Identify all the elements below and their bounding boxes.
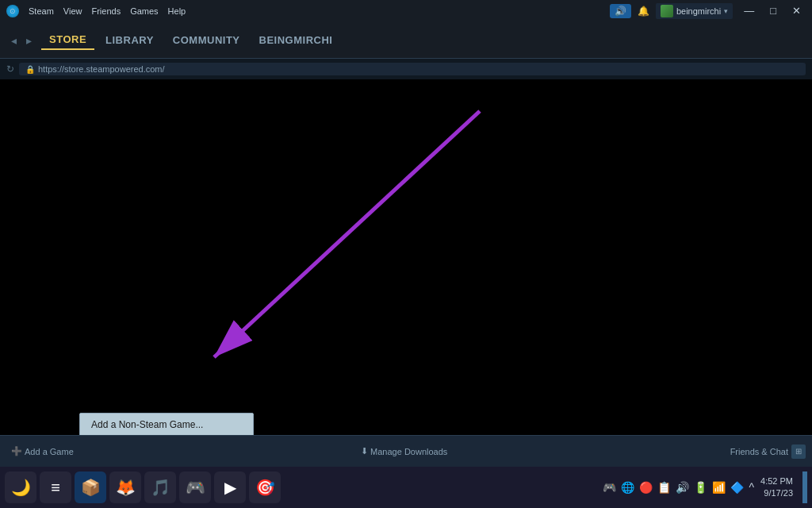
titlebar: ⊙ Steam View Friends Games Help 🔊 🔔 bein…: [0, 0, 812, 22]
taskbar-icons: 🌙 ≡ 📦 🦊 🎵 🎮 ▶ 🎯: [5, 471, 603, 503]
tray-wifi-icon[interactable]: 📶: [712, 481, 726, 494]
tray-bluetooth-icon[interactable]: 🔷: [730, 481, 744, 494]
taskbar-icon-0[interactable]: 🌙: [5, 471, 36, 503]
steam-taskbar-right: Friends & Chat ⊞: [730, 444, 806, 459]
taskbar-icon-3[interactable]: 🦊: [109, 471, 141, 503]
windows-taskbar: 🌙 ≡ 📦 🦊 🎵 🎮 ▶ 🎯 🎮 🌐 🔴 📋 🔊 🔋 📶 🔷 ^ 4:52 P…: [0, 467, 812, 508]
tray-network-icon[interactable]: 🌐: [621, 481, 634, 494]
show-desktop-button[interactable]: [802, 471, 807, 503]
annotation-arrow: [0, 79, 812, 435]
system-tray: 🎮 🌐 🔴 📋 🔊 🔋 📶 🔷 ^: [603, 481, 754, 494]
volume-button[interactable]: 🔊: [610, 4, 631, 18]
win-taskbar-right: 🎮 🌐 🔴 📋 🔊 🔋 📶 🔷 ^ 4:52 PM 9/17/23: [603, 471, 807, 503]
user-account-area[interactable]: beingmirchi ▾: [656, 3, 733, 19]
svg-line-1: [214, 111, 480, 357]
steam-taskbar-mid: ⬇ Manage Downloads: [79, 444, 730, 458]
tray-record-icon[interactable]: 🔴: [639, 481, 653, 494]
menu-friends[interactable]: Friends: [91, 6, 121, 16]
tray-steam-icon[interactable]: 🎮: [603, 481, 616, 494]
taskbar-icon-6[interactable]: ▶: [214, 471, 246, 503]
tray-volume-icon[interactable]: 🔊: [676, 481, 689, 494]
tab-community[interactable]: COMMUNITY: [165, 31, 248, 49]
chat-icon: ⊞: [791, 444, 806, 459]
minimize-button[interactable]: —: [739, 0, 759, 22]
taskbar-icon-2[interactable]: 📦: [75, 471, 106, 503]
username-label: beingmirchi: [676, 6, 721, 16]
tray-expand-icon[interactable]: ^: [749, 481, 754, 494]
steam-logo-icon: ⊙: [6, 5, 19, 17]
friends-chat-button[interactable]: Friends & Chat ⊞: [730, 444, 806, 459]
maximize-button[interactable]: □: [765, 0, 781, 22]
add-game-label: Add a Game: [25, 447, 74, 456]
manage-downloads-button[interactable]: ⬇ Manage Downloads: [356, 444, 452, 458]
menu-help[interactable]: Help: [168, 6, 186, 16]
manage-downloads-label: Manage Downloads: [370, 447, 447, 456]
tray-clipboard-icon[interactable]: 📋: [657, 481, 671, 494]
taskbar-icon-5[interactable]: 🎮: [179, 471, 211, 503]
lock-icon: 🔒: [25, 65, 35, 74]
nav-tabs: STORE LIBRARY COMMUNITY BEINGMIRCHI: [41, 30, 340, 50]
steam-taskbar: ➕ Add a Game ⬇ Manage Downloads Friends …: [0, 435, 812, 467]
clock-date: 9/17/23: [760, 487, 793, 499]
notification-bell-icon[interactable]: 🔔: [638, 6, 649, 17]
chat-symbol: ⊞: [795, 447, 802, 456]
taskbar-icon-1[interactable]: ≡: [40, 471, 71, 503]
menu-steam[interactable]: Steam: [29, 6, 54, 16]
taskbar-icon-7[interactable]: 🎯: [249, 471, 281, 503]
menu-games[interactable]: Games: [130, 6, 158, 16]
titlebar-right: 🔊 🔔 beingmirchi ▾ — □ ✕: [610, 0, 806, 22]
friends-chat-label: Friends & Chat: [730, 447, 788, 456]
url-text: https://store.steampowered.com/: [38, 64, 165, 74]
navbar: ◂ ▸ STORE LIBRARY COMMUNITY BEINGMIRCHI: [0, 22, 812, 59]
nav-arrows: ◂ ▸: [8, 33, 35, 48]
main-content: Add a Non-Steam Game... Activate a Produ…: [0, 79, 812, 435]
refresh-button[interactable]: ↻: [6, 64, 14, 75]
add-game-icon: ➕: [11, 446, 22, 456]
tab-library[interactable]: LIBRARY: [98, 31, 162, 49]
close-button[interactable]: ✕: [787, 0, 806, 22]
ctx-add-nongame[interactable]: Add a Non-Steam Game...: [80, 414, 253, 436]
steam-taskbar-left: ➕ Add a Game: [6, 444, 79, 458]
avatar: [661, 5, 673, 17]
chevron-down-icon: ▾: [724, 7, 728, 15]
tab-store[interactable]: STORE: [41, 30, 94, 50]
clock-display[interactable]: 4:52 PM 9/17/23: [760, 475, 793, 500]
taskbar-icon-4[interactable]: 🎵: [144, 471, 176, 503]
titlebar-left: ⊙ Steam View Friends Games Help: [6, 5, 186, 17]
clock-time: 4:52 PM: [760, 475, 793, 487]
addressbar: ↻ 🔒 https://store.steampowered.com/: [0, 59, 812, 79]
manage-downloads-icon: ⬇: [361, 446, 368, 456]
back-button[interactable]: ◂: [8, 33, 20, 48]
url-bar[interactable]: 🔒 https://store.steampowered.com/: [19, 63, 806, 75]
volume-icon: 🔊: [615, 6, 626, 17]
menu-view[interactable]: View: [63, 6, 82, 16]
add-game-button[interactable]: ➕ Add a Game: [6, 444, 79, 458]
tray-battery-icon[interactable]: 🔋: [694, 481, 707, 494]
tab-beingmirchi[interactable]: BEINGMIRCHI: [251, 31, 341, 49]
forward-button[interactable]: ▸: [23, 33, 35, 48]
